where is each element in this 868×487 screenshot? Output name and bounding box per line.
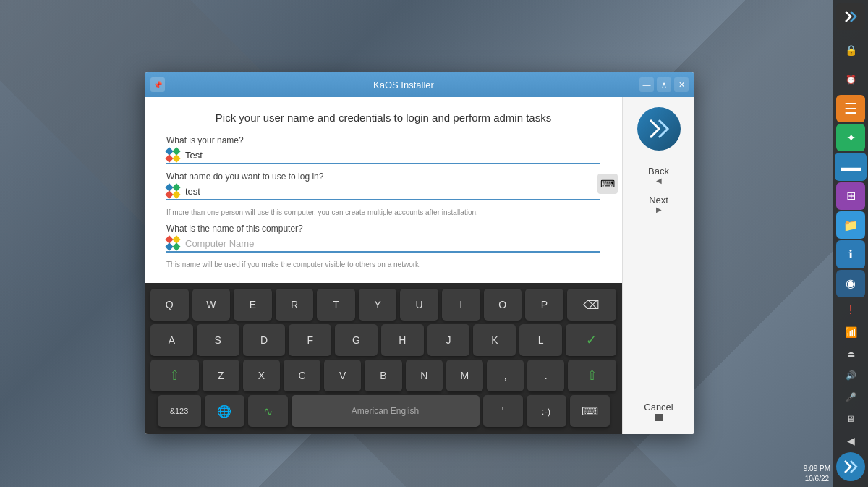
key-g[interactable]: G: [335, 324, 378, 356]
key-a[interactable]: A: [150, 324, 193, 356]
sidebar-orange-icon[interactable]: ☰: [836, 95, 865, 122]
field-login: [166, 185, 600, 200]
sidebar-arrow-icon[interactable]: ◀: [836, 431, 865, 451]
next-button[interactable]: Next ▶: [630, 191, 688, 217]
key-spacebar[interactable]: American English: [292, 395, 480, 427]
sidebar-lock-icon[interactable]: 🔒: [836, 36, 865, 64]
key-u[interactable]: U: [400, 289, 438, 321]
window-content: Pick your user name and credentials to l…: [145, 97, 694, 434]
key-backspace[interactable]: ⌫: [567, 289, 616, 321]
next-arrow: ▶: [656, 206, 662, 213]
keyboard-icon-button[interactable]: ⌨: [597, 174, 618, 194]
key-z[interactable]: Z: [203, 360, 239, 391]
field-icon-login: [166, 185, 179, 198]
key-b[interactable]: B: [365, 360, 401, 391]
sidebar-kaos-bottom-icon[interactable]: [836, 452, 865, 481]
input-login[interactable]: [185, 186, 600, 197]
key-v[interactable]: V: [324, 360, 361, 391]
key-x[interactable]: X: [243, 360, 280, 391]
window-title: KaOS Installer: [168, 80, 639, 90]
field-name: [166, 148, 600, 164]
virtual-keyboard: Q W E R T Y U I O P ⌫ A: [145, 283, 622, 434]
key-n[interactable]: N: [406, 360, 443, 391]
key-r[interactable]: R: [276, 289, 314, 321]
hint-multiple-accounts: If more than one person will use this co…: [166, 208, 600, 218]
minimize-button[interactable]: —: [639, 77, 654, 92]
key-c[interactable]: C: [284, 360, 320, 391]
label-login: What name do you want to use to log in?: [166, 171, 600, 182]
sidebar-mic-icon[interactable]: 🎤: [836, 387, 865, 407]
key-i[interactable]: I: [442, 289, 480, 321]
key-shift-right[interactable]: ⇧: [568, 360, 616, 391]
label-computer: What is the name of this computer?: [166, 224, 600, 234]
keyboard-row-3: ⇧ Z X C V B N M , . ⇧: [150, 360, 616, 391]
cancel-button[interactable]: Cancel: [630, 398, 688, 424]
sidebar: 🔒 ⏰ ☰ ✦ ▬▬ ⊞ 📁 ℹ ◉ ! 📶 ⏏ 🔊 🎤 🖥 ◀: [833, 0, 868, 487]
key-h[interactable]: H: [381, 324, 424, 356]
key-shift-left[interactable]: ⇧: [150, 360, 199, 391]
form-section: Pick your user name and credentials to l…: [145, 97, 622, 283]
key-j[interactable]: J: [427, 324, 470, 356]
key-o[interactable]: O: [484, 289, 522, 321]
sidebar-usb-icon[interactable]: ⏏: [836, 344, 865, 364]
key-l[interactable]: L: [519, 324, 562, 356]
label-name: What is your name?: [166, 135, 600, 145]
key-m[interactable]: M: [446, 360, 483, 391]
key-smiley[interactable]: :-): [527, 395, 566, 427]
field-icon-computer: [166, 237, 179, 250]
pin-button[interactable]: 📌: [150, 77, 165, 92]
key-enter[interactable]: ✓: [566, 324, 616, 356]
key-s[interactable]: S: [197, 324, 239, 356]
system-time: 9:09 PM: [804, 464, 830, 474]
keyboard-row-4: &123 🌐 ∿ American English ' :-) ⌨: [150, 395, 616, 427]
key-q[interactable]: Q: [150, 289, 189, 321]
key-k[interactable]: K: [473, 324, 516, 356]
key-quote[interactable]: ': [483, 395, 523, 427]
field-icon-name: [166, 148, 179, 161]
back-arrow: ◀: [656, 177, 662, 185]
sidebar-notification-icon[interactable]: !: [836, 300, 865, 321]
sidebar-files-icon[interactable]: 📁: [836, 211, 865, 239]
cancel-square-icon: [655, 414, 663, 421]
key-y[interactable]: Y: [359, 289, 397, 321]
key-numbers[interactable]: &123: [158, 395, 201, 427]
key-e[interactable]: E: [234, 289, 272, 321]
form-heading: Pick your user name and credentials to l…: [166, 111, 600, 124]
sidebar-clock-icon: ⏰: [836, 65, 865, 93]
hint-network: This name will be used if you make the c…: [166, 260, 600, 270]
close-button[interactable]: ✕: [674, 77, 689, 92]
keyboard-row-2: A S D F G H J K L ✓: [150, 324, 616, 356]
sidebar-wifi-icon[interactable]: 📶: [836, 322, 865, 342]
maximize-button[interactable]: ∧: [657, 77, 671, 92]
kaos-logo: [637, 107, 681, 151]
system-date: 10/6/22: [804, 474, 830, 484]
key-squiggle[interactable]: ∿: [248, 395, 288, 427]
key-f[interactable]: F: [289, 324, 331, 356]
key-keyboard-toggle[interactable]: ⌨: [570, 395, 610, 427]
keyboard-row-1: Q W E R T Y U I O P ⌫: [150, 289, 616, 321]
input-name[interactable]: [185, 150, 600, 161]
sidebar-app2-icon[interactable]: ◉: [836, 270, 865, 297]
sidebar-info-icon[interactable]: ℹ: [836, 240, 865, 268]
sidebar-volume-icon[interactable]: 🔊: [836, 365, 865, 386]
key-p[interactable]: P: [525, 289, 563, 321]
key-globe[interactable]: 🌐: [205, 395, 244, 427]
side-panel: ⌨ Back ◀ Next ▶ Cancel: [622, 97, 694, 434]
sidebar-active-blue-icon[interactable]: ▬▬: [835, 153, 867, 180]
input-computer[interactable]: [185, 238, 600, 249]
field-computer: [166, 237, 600, 253]
key-t[interactable]: T: [317, 289, 355, 321]
installer-window: 📌 KaOS Installer — ∧ ✕ Pick your user na…: [145, 72, 694, 434]
desktop: 🔒 ⏰ ☰ ✦ ▬▬ ⊞ 📁 ℹ ◉ ! 📶 ⏏ 🔊 🎤 🖥 ◀: [0, 0, 868, 487]
sidebar-icon-kaos-top[interactable]: [836, 3, 865, 30]
key-w[interactable]: W: [192, 289, 231, 321]
key-d[interactable]: D: [243, 324, 286, 356]
sidebar-green-icon[interactable]: ✦: [836, 124, 865, 151]
main-area: Pick your user name and credentials to l…: [145, 97, 622, 434]
back-button[interactable]: Back ◀: [630, 162, 688, 188]
system-tray: 9:09 PM 10/6/22: [804, 464, 830, 484]
key-comma[interactable]: ,: [487, 360, 524, 391]
key-period[interactable]: .: [527, 360, 564, 391]
sidebar-purple-icon[interactable]: ⊞: [836, 182, 865, 210]
sidebar-screen-icon[interactable]: 🖥: [836, 409, 865, 429]
